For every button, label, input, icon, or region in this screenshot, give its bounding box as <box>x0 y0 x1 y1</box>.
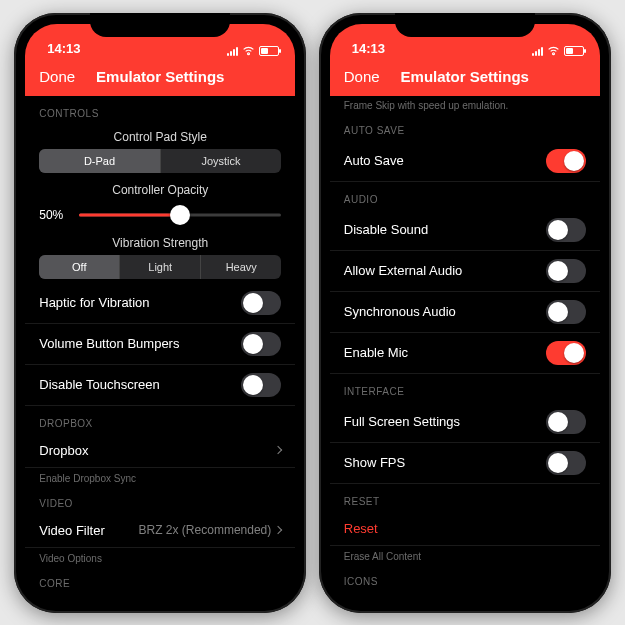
reset-label: Reset <box>344 521 378 536</box>
show-fps-label: Show FPS <box>344 455 405 470</box>
battery-icon <box>259 46 279 56</box>
sync-audio-label: Synchronous Audio <box>344 304 456 319</box>
opacity-label: Controller Opacity <box>25 177 295 202</box>
phone-right: 14:13 Done Emulator Settings Frame Skip … <box>319 13 611 613</box>
disable-sound-label: Disable Sound <box>344 222 429 237</box>
section-video: VIDEO <box>25 486 295 514</box>
row-update-icons[interactable]: Update Icons <box>330 592 600 602</box>
disable-touch-label: Disable Touchscreen <box>39 377 159 392</box>
content-left[interactable]: CONTROLS Control Pad Style D-Pad Joystic… <box>25 96 295 602</box>
row-enable-mic[interactable]: Enable Mic <box>330 333 600 374</box>
segment-joystick[interactable]: Joystick <box>161 149 282 173</box>
volume-bumpers-label: Volume Button Bumpers <box>39 336 179 351</box>
autosave-label: Auto Save <box>344 153 404 168</box>
section-reset: RESET <box>330 484 600 512</box>
volume-bumpers-toggle[interactable] <box>241 332 281 356</box>
content-right[interactable]: Frame Skip with speed up emulation. AUTO… <box>330 96 600 602</box>
row-autosave[interactable]: Auto Save <box>330 141 600 182</box>
status-icons <box>227 46 279 56</box>
segment-off[interactable]: Off <box>39 255 120 279</box>
segment-dpad[interactable]: D-Pad <box>39 149 161 173</box>
sync-audio-toggle[interactable] <box>546 300 586 324</box>
row-show-fps[interactable]: Show FPS <box>330 443 600 484</box>
dropbox-label: Dropbox <box>39 443 88 458</box>
chevron-right-icon <box>274 446 282 454</box>
segment-heavy[interactable]: Heavy <box>201 255 281 279</box>
row-volume-bumpers[interactable]: Volume Button Bumpers <box>25 324 295 365</box>
status-time: 14:13 <box>352 41 385 56</box>
disable-sound-toggle[interactable] <box>546 218 586 242</box>
section-icons: ICONS <box>330 564 600 592</box>
nav-bar: Done Emulator Settings <box>330 58 600 96</box>
fullscreen-toggle[interactable] <box>546 410 586 434</box>
show-fps-toggle[interactable] <box>546 451 586 475</box>
segment-light[interactable]: Light <box>120 255 201 279</box>
row-emulator-engine[interactable]: Emulator Engine Interpreter <box>25 594 295 602</box>
haptic-label: Haptic for Vibration <box>39 295 149 310</box>
chevron-right-icon <box>274 526 282 534</box>
disable-touch-toggle[interactable] <box>241 373 281 397</box>
row-reset[interactable]: Reset <box>330 512 600 546</box>
screen: 14:13 Done Emulator Settings Frame Skip … <box>330 24 600 602</box>
enable-mic-label: Enable Mic <box>344 345 408 360</box>
opacity-slider[interactable] <box>79 204 281 226</box>
wifi-icon <box>242 46 255 56</box>
done-button[interactable]: Done <box>344 68 380 85</box>
autosave-toggle[interactable] <box>546 149 586 173</box>
section-dropbox: DROPBOX <box>25 406 295 434</box>
section-autosave: AUTO SAVE <box>330 113 600 141</box>
notch <box>395 13 535 37</box>
nav-title: Emulator Settings <box>96 68 224 85</box>
pad-style-label: Control Pad Style <box>25 124 295 149</box>
nav-title: Emulator Settings <box>401 68 529 85</box>
row-dropbox[interactable]: Dropbox <box>25 434 295 468</box>
screen: 14:13 Done Emulator Settings CONTROLS Co… <box>25 24 295 602</box>
signal-icon <box>532 46 543 56</box>
battery-icon <box>564 46 584 56</box>
row-sync-audio[interactable]: Synchronous Audio <box>330 292 600 333</box>
section-interface: INTERFACE <box>330 374 600 402</box>
opacity-row: 50% <box>25 202 295 230</box>
external-audio-toggle[interactable] <box>546 259 586 283</box>
section-core: CORE <box>25 566 295 594</box>
row-external-audio[interactable]: Allow External Audio <box>330 251 600 292</box>
status-time: 14:13 <box>47 41 80 56</box>
row-disable-touch[interactable]: Disable Touchscreen <box>25 365 295 406</box>
vibration-label: Vibration Strength <box>25 230 295 255</box>
haptic-toggle[interactable] <box>241 291 281 315</box>
frame-skip-footer: Frame Skip with speed up emulation. <box>330 96 600 113</box>
signal-icon <box>227 46 238 56</box>
section-controls: CONTROLS <box>25 96 295 124</box>
row-video-filter[interactable]: Video Filter BRZ 2x (Recommended) <box>25 514 295 548</box>
external-audio-label: Allow External Audio <box>344 263 463 278</box>
notch <box>90 13 230 37</box>
enable-mic-toggle[interactable] <box>546 341 586 365</box>
reset-footer: Erase All Content <box>330 546 600 564</box>
section-audio: AUDIO <box>330 182 600 210</box>
video-filter-value: BRZ 2x (Recommended) <box>139 523 272 537</box>
dropbox-footer: Enable Dropbox Sync <box>25 468 295 486</box>
done-button[interactable]: Done <box>39 68 75 85</box>
wifi-icon <box>547 46 560 56</box>
fullscreen-label: Full Screen Settings <box>344 414 460 429</box>
opacity-value: 50% <box>39 208 71 222</box>
row-haptic[interactable]: Haptic for Vibration <box>25 283 295 324</box>
video-filter-label: Video Filter <box>39 523 105 538</box>
row-fullscreen[interactable]: Full Screen Settings <box>330 402 600 443</box>
phone-left: 14:13 Done Emulator Settings CONTROLS Co… <box>14 13 306 613</box>
vibration-segmented[interactable]: Off Light Heavy <box>39 255 281 279</box>
update-icons-label: Update Icons <box>344 601 421 602</box>
status-icons <box>532 46 584 56</box>
pad-style-segmented[interactable]: D-Pad Joystick <box>39 149 281 173</box>
video-footer: Video Options <box>25 548 295 566</box>
row-disable-sound[interactable]: Disable Sound <box>330 210 600 251</box>
nav-bar: Done Emulator Settings <box>25 58 295 96</box>
